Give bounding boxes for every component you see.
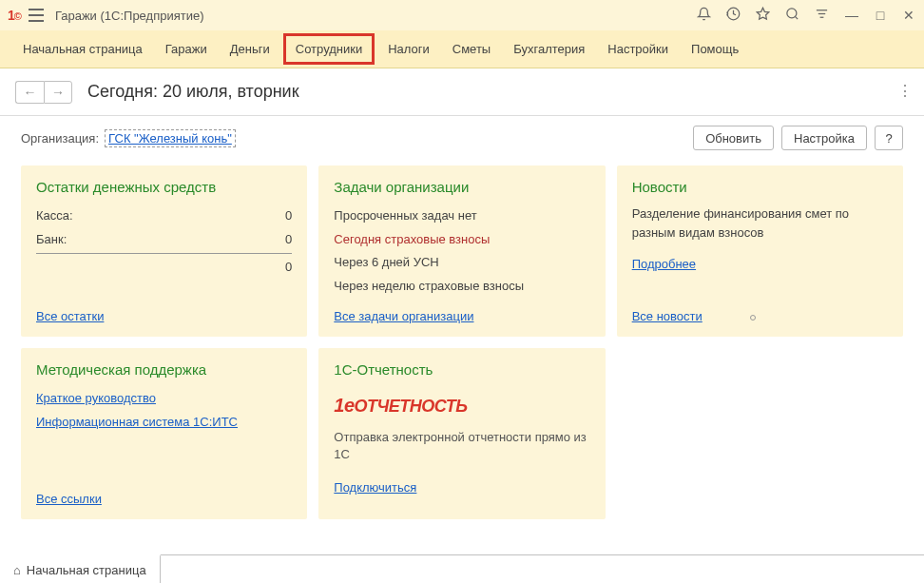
card-balances-title: Остатки денежных средств [36,179,292,195]
kebab-icon[interactable]: ⋮ [897,82,913,100]
menu-item-money[interactable]: Деньги [221,36,279,62]
titlebar: 1© Гаражи (1С:Предприятие) — □ ✕ [0,0,924,30]
card-news-title: Новости [632,179,888,195]
menu-item-settings[interactable]: Настройки [598,36,678,62]
help-button[interactable]: ? [875,126,903,150]
nav-forward-button[interactable]: → [44,81,72,104]
minimize-icon[interactable]: — [844,8,859,23]
menu-item-estimates[interactable]: Сметы [443,36,500,62]
empty-slot [617,348,903,519]
reporting-desc: Отправка электронной отчетности прямо из… [334,429,589,463]
filter-icon[interactable] [815,7,829,24]
task-in6days: Через 6 дней УСН [334,251,589,275]
star-icon[interactable] [756,7,770,24]
home-icon: ⌂ [13,563,21,577]
task-inweek: Через неделю страховые взносы [334,275,589,299]
org-link[interactable]: ГСК "Железный конь" [105,129,236,147]
card-tasks: Задачи организации Просроченных задач не… [318,165,605,337]
news-more-link[interactable]: Подробнее [632,257,696,271]
balance-cash-value: 0 [285,204,292,228]
balance-total: 0 [36,253,292,280]
card-reporting-title: 1С-Отчетность [334,361,589,378]
task-overdue-none: Просроченных задач нет [334,204,589,228]
settings-button[interactable]: Настройка [781,126,867,150]
card-balances: Остатки денежных средств Касса: 0 Банк: … [21,165,307,337]
menu-item-help[interactable]: Помощь [682,36,748,62]
svg-line-3 [795,16,798,19]
menu-item-taxes[interactable]: Налоги [378,36,439,62]
balance-cash-row: Касса: 0 [36,204,292,228]
reporting-logo: 1eОТЧЕТНОСТЬ [334,387,589,423]
maximize-icon[interactable]: □ [873,8,888,23]
window-controls: — □ ✕ [844,8,916,23]
balance-bank-row: Банк: 0 [36,228,292,252]
menubar: Начальная страница Гаражи Деньги Сотрудн… [0,30,924,68]
window-title: Гаражи (1С:Предприятие) [55,9,204,23]
refresh-button[interactable]: Обновить [693,126,774,150]
toolbar: ← → Сегодня: 20 июля, вторник ⋮ [0,68,924,116]
search-icon[interactable] [785,7,799,24]
support-its-link[interactable]: Информационная система 1С:ИТС [36,415,238,429]
task-today: Сегодня страховые взносы [334,228,589,252]
menu-item-home[interactable]: Начальная страница [13,36,152,62]
menu-item-accounting[interactable]: Бухгалтерия [504,36,594,62]
org-label: Организация: [21,131,99,146]
hamburger-icon[interactable] [29,9,44,22]
news-text: Разделение финансирования смет по разным… [632,204,888,242]
card-tasks-title: Задачи организации [334,179,589,195]
settings-row: Организация: ГСК "Железный конь" Обновит… [0,116,924,160]
svg-marker-1 [757,8,769,19]
bottom-tabs: ⌂ Начальная страница [0,554,924,583]
card-news: Новости Разделение финансирования смет п… [617,165,903,337]
bell-icon[interactable] [697,7,711,24]
support-guide-link[interactable]: Краткое руководство [36,391,156,405]
dashboard: Остатки денежных средств Касса: 0 Банк: … [0,160,924,525]
menu-item-garages[interactable]: Гаражи [156,36,217,62]
card-support: Методическая поддержка Краткое руководст… [21,348,307,519]
close-icon[interactable]: ✕ [901,8,916,23]
svg-point-2 [787,9,797,18]
bottom-tab-home[interactable]: ⌂ Начальная страница [0,554,161,583]
titlebar-icons [697,7,829,24]
nav-back-button[interactable]: ← [15,81,44,104]
balances-link[interactable]: Все остатки [36,309,104,323]
tasks-link[interactable]: Все задачи организации [334,309,473,323]
card-support-title: Методическая поддержка [36,361,292,378]
news-indicator-icon [750,315,756,321]
card-reporting: 1С-Отчетность 1eОТЧЕТНОСТЬ Отправка элек… [318,348,605,519]
news-all-link[interactable]: Все новости [632,309,703,323]
balance-bank-value: 0 [285,228,292,252]
page-title: Сегодня: 20 июля, вторник [87,82,299,102]
balance-bank-label: Банк: [36,228,67,252]
logo-1c: 1© [8,8,21,23]
nav-buttons: ← → [15,81,72,104]
bottom-tab-label: Начальная страница [27,563,146,577]
reporting-connect-link[interactable]: Подключиться [334,480,416,495]
support-all-link[interactable]: Все ссылки [36,492,102,506]
menu-item-employees[interactable]: Сотрудники [283,33,375,65]
balance-cash-label: Касса: [36,204,73,228]
history-icon[interactable] [726,7,741,24]
